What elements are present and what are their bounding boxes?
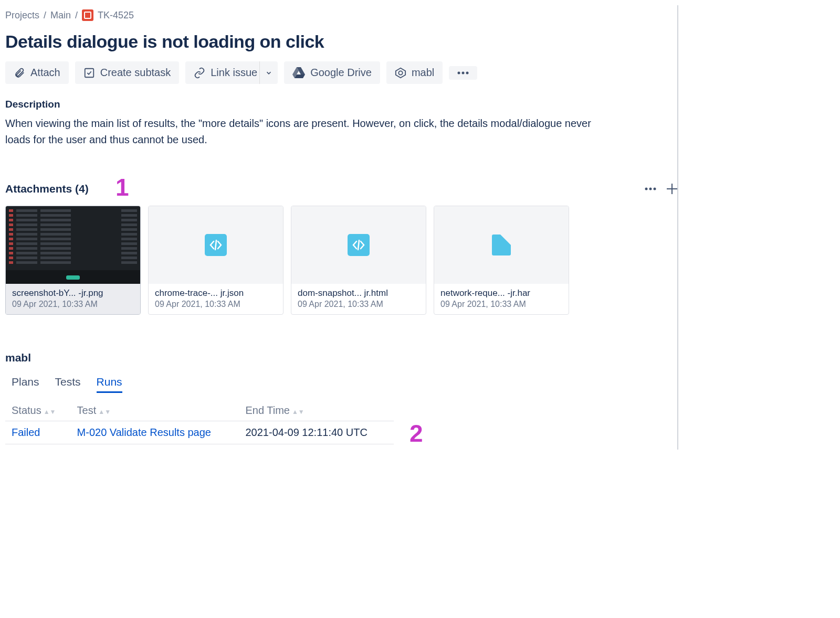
description-body: When viewing the main list of results, t… [5,115,598,148]
description-heading: Description [5,99,677,110]
google-drive-icon [292,67,305,79]
svg-point-3 [458,71,460,74]
google-drive-button[interactable]: Google Drive [284,61,380,84]
mabl-button[interactable]: mabl [386,61,443,84]
col-end-time[interactable]: End Time▲▼ [239,400,394,421]
mabl-section: mabl Plans Tests Runs Status▲▼ Test▲▼ En… [5,351,677,444]
run-end-time: 2021-04-09 12:11:40 UTC [239,421,394,444]
paperclip-icon [14,67,25,79]
subtask-icon [83,67,95,79]
issue-type-icon [82,9,93,21]
attach-button[interactable]: Attach [5,61,69,84]
breadcrumb-separator: / [44,10,46,21]
code-file-icon [205,234,227,256]
svg-point-6 [645,188,648,190]
attachment-date: 09 Apr 2021, 10:33 AM [298,300,419,309]
breadcrumb-issue-key[interactable]: TK-4525 [98,10,134,21]
run-status: Failed [5,421,71,444]
attachment-thumbnail [434,206,569,284]
run-test-link[interactable]: M-020 Validate Results page [71,421,239,444]
svg-rect-0 [85,68,93,77]
code-file-icon [348,234,370,256]
sort-icon: ▲▼ [292,410,304,413]
add-attachment-icon[interactable] [667,184,677,194]
attach-label: Attach [30,67,60,79]
annotation-1: 1 [116,173,129,201]
attachment-thumbnail [6,206,140,284]
more-actions-button[interactable] [449,66,477,80]
svg-marker-1 [396,68,405,77]
attachment-card[interactable]: chrome-trace-... jr.json 09 Apr 2021, 10… [148,206,284,315]
attachment-name: chrome-trace-... jr.json [155,288,277,299]
annotation-2: 2 [410,419,423,447]
tab-tests[interactable]: Tests [55,376,81,393]
right-divider [677,5,678,450]
tab-runs[interactable]: Runs [97,376,122,393]
create-subtask-label: Create subtask [100,67,171,79]
svg-point-2 [398,71,402,74]
svg-point-8 [654,188,656,190]
link-issue-group: Link issue [185,61,278,84]
mabl-heading: mabl [5,351,677,364]
page-title: Details dialogue is not loading on click [5,31,677,52]
attachment-card[interactable]: network-reque... -jr.har 09 Apr 2021, 10… [434,206,569,315]
attachment-name: screenshot-bY... -jr.png [12,288,134,299]
attachment-date: 09 Apr 2021, 10:33 AM [155,300,277,309]
attachments-header: Attachments (4) 1 [5,183,677,195]
toolbar: Attach Create subtask Link issue [5,61,677,84]
attachment-date: 09 Apr 2021, 10:33 AM [440,300,562,309]
runs-table: Status▲▼ Test▲▼ End Time▲▼ Failed M-020 … [5,400,394,444]
attachment-thumbnail [291,206,426,284]
attachment-cards: screenshot-bY... -jr.png 09 Apr 2021, 10… [5,206,677,315]
mabl-label: mabl [412,67,434,79]
google-drive-label: Google Drive [310,67,372,79]
link-issue-button[interactable]: Link issue [185,61,266,84]
sort-icon: ▲▼ [98,410,111,413]
breadcrumb-projects[interactable]: Projects [5,10,39,21]
dots-icon [457,71,469,74]
link-icon [194,67,205,79]
generic-file-icon [492,235,511,255]
sort-icon: ▲▼ [44,410,56,413]
col-test[interactable]: Test▲▼ [71,400,239,421]
attachments-more-icon[interactable] [645,187,656,190]
svg-point-5 [466,71,469,74]
breadcrumb-main[interactable]: Main [50,10,71,21]
col-status[interactable]: Status▲▼ [5,400,71,421]
svg-point-7 [649,188,652,190]
table-row[interactable]: Failed M-020 Validate Results page 2021-… [5,421,394,444]
link-issue-label: Link issue [211,67,257,79]
breadcrumb-separator: / [75,10,78,21]
attachment-thumbnail [149,206,283,284]
attachment-card[interactable]: screenshot-bY... -jr.png 09 Apr 2021, 10… [5,206,141,315]
link-issue-dropdown[interactable] [259,61,278,84]
chevron-down-icon [265,69,272,77]
create-subtask-button[interactable]: Create subtask [75,61,180,84]
svg-point-4 [462,71,465,74]
breadcrumb: Projects / Main / TK-4525 [5,5,677,28]
description-section: Description When viewing the main list o… [5,99,677,148]
tab-plans[interactable]: Plans [12,376,39,393]
mabl-tabs: Plans Tests Runs [5,376,677,393]
attachment-card[interactable]: dom-snapshot... jr.html 09 Apr 2021, 10:… [291,206,426,315]
attachments-heading: Attachments (4) [5,183,89,195]
attachment-date: 09 Apr 2021, 10:33 AM [12,300,134,309]
mabl-icon [395,67,406,79]
attachment-name: network-reque... -jr.har [440,288,562,299]
attachment-name: dom-snapshot... jr.html [298,288,419,299]
